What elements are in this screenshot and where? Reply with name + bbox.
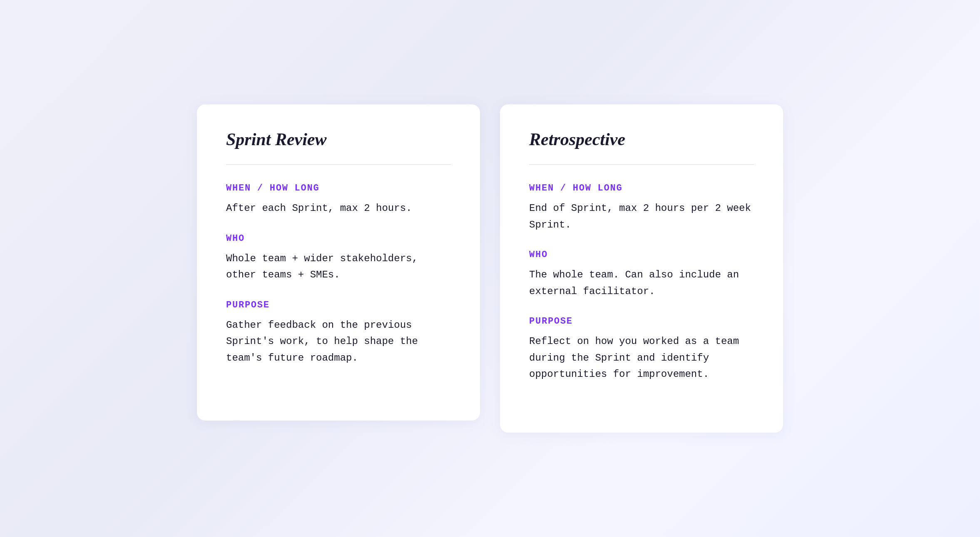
section-sprint-review-when-how-long: WHEN / HOW LONGAfter each Sprint, max 2 … bbox=[226, 183, 451, 217]
section-sprint-review-purpose: PURPOSEGather feedback on the previous S… bbox=[226, 300, 451, 366]
section-text-retrospective-when-how-long: End of Sprint, max 2 hours per 2 week Sp… bbox=[529, 200, 754, 233]
card-retrospective: RetrospectiveWHEN / HOW LONGEnd of Sprin… bbox=[500, 104, 783, 433]
section-retrospective-purpose: PURPOSEReflect on how you worked as a te… bbox=[529, 316, 754, 383]
section-text-retrospective-who: The whole team. Can also include an exte… bbox=[529, 267, 754, 299]
section-label-retrospective-purpose: PURPOSE bbox=[529, 316, 754, 327]
card-divider-sprint-review bbox=[226, 164, 451, 165]
section-label-sprint-review-purpose: PURPOSE bbox=[226, 300, 451, 310]
card-divider-retrospective bbox=[529, 164, 754, 165]
cards-container: Sprint ReviewWHEN / HOW LONGAfter each S… bbox=[172, 79, 808, 458]
section-label-sprint-review-when-how-long: WHEN / HOW LONG bbox=[226, 183, 451, 193]
section-label-sprint-review-who: WHO bbox=[226, 233, 451, 244]
section-retrospective-who: WHOThe whole team. Can also include an e… bbox=[529, 250, 754, 299]
card-sprint-review: Sprint ReviewWHEN / HOW LONGAfter each S… bbox=[197, 104, 480, 421]
section-retrospective-when-how-long: WHEN / HOW LONGEnd of Sprint, max 2 hour… bbox=[529, 183, 754, 233]
card-title-retrospective: Retrospective bbox=[529, 129, 754, 149]
section-text-sprint-review-who: Whole team + wider stakeholders, other t… bbox=[226, 250, 451, 283]
card-title-sprint-review: Sprint Review bbox=[226, 129, 451, 149]
section-sprint-review-who: WHOWhole team + wider stakeholders, othe… bbox=[226, 233, 451, 283]
section-text-sprint-review-purpose: Gather feedback on the previous Sprint's… bbox=[226, 317, 451, 366]
section-label-retrospective-when-how-long: WHEN / HOW LONG bbox=[529, 183, 754, 193]
section-label-retrospective-who: WHO bbox=[529, 250, 754, 260]
section-text-sprint-review-when-how-long: After each Sprint, max 2 hours. bbox=[226, 200, 451, 217]
section-text-retrospective-purpose: Reflect on how you worked as a team duri… bbox=[529, 333, 754, 383]
